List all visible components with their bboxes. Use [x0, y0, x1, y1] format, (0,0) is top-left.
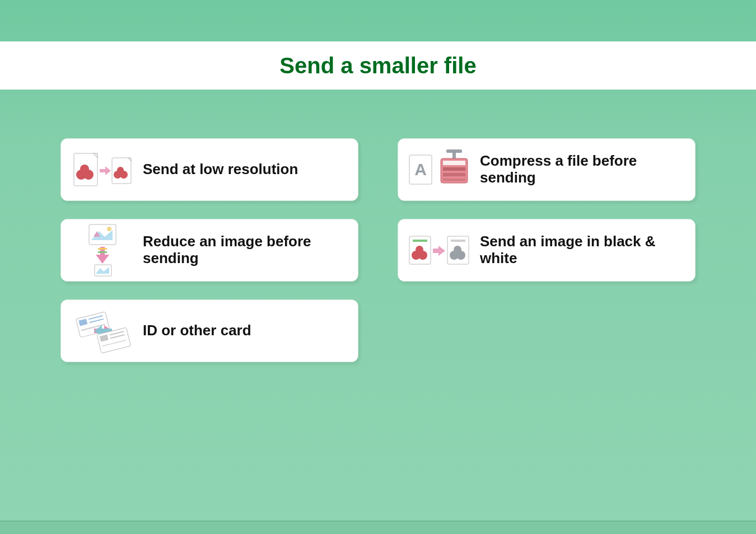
- card-reduce-image[interactable]: Reduce an image before sending: [60, 219, 358, 282]
- svg-rect-17: [443, 167, 465, 171]
- card-label: ID or other card: [143, 322, 251, 339]
- svg-point-23: [107, 227, 111, 231]
- svg-rect-18: [443, 173, 465, 176]
- card-label: Reduce an image before sending: [143, 233, 348, 267]
- page-title: Send a smaller file: [279, 53, 476, 78]
- card-send-low-resolution[interactable]: Send at low resolution: [60, 138, 358, 201]
- footer-strip: [0, 521, 756, 534]
- svg-rect-33: [413, 240, 427, 242]
- title-bar: Send a smaller file: [0, 41, 756, 90]
- card-grid: Send at low resolution A Compress a file…: [60, 138, 696, 362]
- svg-marker-5: [100, 166, 111, 175]
- svg-rect-39: [451, 240, 465, 242]
- svg-text:A: A: [414, 160, 427, 179]
- svg-rect-14: [452, 153, 456, 158]
- svg-rect-13: [446, 149, 462, 153]
- card-label: Compress a file before sending: [480, 153, 685, 186]
- low-resolution-icon: [69, 146, 136, 193]
- svg-point-10: [117, 167, 124, 174]
- compress-icon: A: [406, 146, 473, 193]
- reduce-image-icon: [69, 227, 136, 274]
- svg-point-38: [454, 246, 461, 254]
- svg-rect-19: [443, 179, 465, 181]
- card-label: Send at low resolution: [143, 161, 298, 178]
- card-label: Send an image in black & white: [480, 233, 685, 267]
- svg-point-4: [80, 165, 89, 174]
- id-card-icon: [69, 307, 136, 354]
- card-id-card[interactable]: ID or other card: [60, 299, 358, 362]
- svg-rect-16: [443, 161, 465, 165]
- svg-point-32: [416, 246, 423, 254]
- card-send-bw[interactable]: Send an image in black & white: [398, 219, 696, 282]
- svg-rect-26: [98, 251, 107, 253]
- card-compress-file[interactable]: A Compress a file before sending: [398, 138, 696, 201]
- svg-rect-25: [98, 248, 107, 250]
- black-white-icon: [406, 227, 473, 274]
- svg-marker-34: [433, 246, 445, 256]
